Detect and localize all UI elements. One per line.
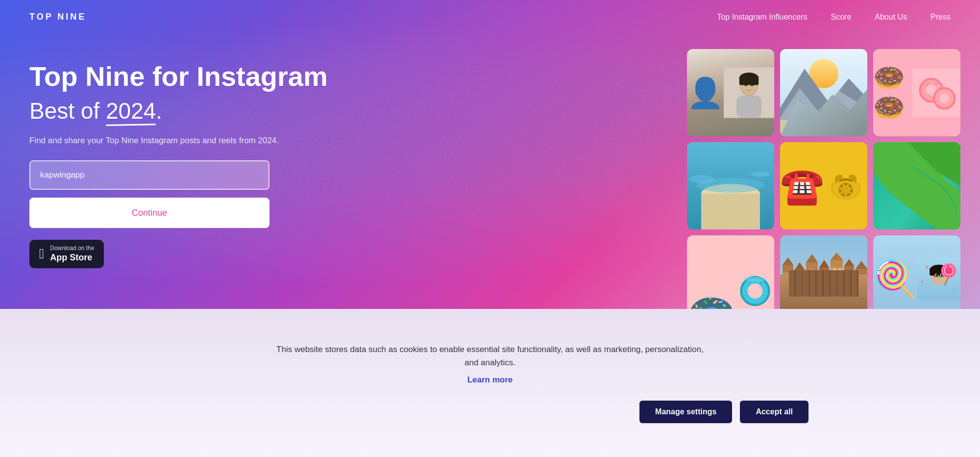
site-logo: TOP NINE — [29, 12, 86, 22]
svg-rect-2 — [736, 96, 761, 118]
svg-rect-83 — [808, 272, 811, 276]
svg-rect-64 — [806, 267, 818, 309]
svg-rect-30 — [701, 194, 760, 229]
svg-point-45 — [840, 185, 843, 187]
app-store-label: Download on the — [50, 245, 94, 252]
grid-cell-phone — [780, 142, 867, 229]
navigation: TOP NINE Top Instagram Influencers Score… — [0, 0, 980, 34]
app-store-text: Download on the App Store — [50, 245, 94, 263]
hero-title: Top Nine for Instagram — [29, 61, 328, 92]
grid-cell-candy-girl — [873, 235, 960, 309]
username-input[interactable] — [29, 160, 270, 190]
subtitle-suffix: . — [156, 98, 162, 124]
nav-link-influencers[interactable]: Top Instagram Influencers — [717, 13, 807, 21]
svg-rect-84 — [813, 272, 816, 276]
svg-rect-61 — [795, 275, 805, 309]
svg-point-39 — [845, 183, 847, 185]
app-store-button[interactable]:  Download on the App Store — [29, 240, 104, 268]
svg-rect-70 — [831, 265, 843, 309]
svg-rect-86 — [833, 269, 836, 273]
svg-rect-76 — [856, 274, 867, 309]
cookie-buttons: Manage settings Accept all — [172, 401, 808, 423]
svg-point-96 — [935, 274, 937, 277]
grid-cell-aerial — [873, 142, 960, 229]
svg-rect-77 — [856, 269, 867, 276]
grid-cell-mountains — [780, 49, 867, 136]
cookie-bar: This website stores data such as cookies… — [0, 309, 980, 457]
hero-description: Find and share your Top Nine Instagram p… — [29, 134, 328, 147]
svg-rect-87 — [838, 269, 842, 273]
svg-point-51 — [748, 283, 763, 299]
svg-point-42 — [847, 193, 850, 196]
nav-link-press[interactable]: Press — [931, 13, 951, 21]
svg-rect-58 — [783, 270, 793, 309]
svg-rect-68 — [819, 267, 829, 275]
svg-rect-13 — [780, 120, 867, 136]
accept-all-button[interactable]: Accept all — [740, 401, 808, 423]
svg-point-32 — [689, 175, 714, 183]
svg-point-41 — [850, 190, 853, 192]
grid-cell-blue-donut — [687, 235, 774, 309]
svg-point-40 — [849, 185, 851, 187]
manage-settings-button[interactable]: Manage settings — [639, 401, 732, 423]
svg-point-105 — [954, 288, 956, 290]
cookie-text: This website stores data such as cookies… — [270, 343, 710, 369]
hero-section: TOP NINE Top Instagram Influencers Score… — [0, 0, 980, 309]
svg-point-44 — [839, 190, 841, 192]
svg-rect-8 — [739, 76, 759, 85]
subtitle-prefix: Best of — [29, 98, 106, 124]
svg-rect-74 — [844, 266, 854, 273]
apple-icon:  — [39, 246, 44, 262]
svg-rect-79 — [785, 275, 787, 278]
svg-rect-67 — [819, 272, 829, 309]
svg-rect-88 — [833, 278, 836, 282]
svg-rect-80 — [789, 275, 791, 278]
svg-rect-82 — [789, 282, 791, 285]
svg-rect-59 — [783, 265, 793, 272]
svg-rect-81 — [785, 282, 787, 285]
svg-point-53 — [744, 277, 766, 282]
year-highlight: 2024 — [106, 98, 156, 125]
svg-rect-73 — [844, 271, 854, 309]
svg-point-106 — [921, 280, 923, 283]
svg-rect-71 — [831, 260, 843, 267]
svg-point-24 — [939, 94, 949, 103]
grid-cell-person — [687, 49, 774, 136]
svg-rect-57 — [780, 235, 867, 309]
image-grid — [687, 49, 960, 309]
svg-point-104 — [926, 266, 929, 269]
username-input-container — [29, 160, 328, 190]
continue-button[interactable]: Continue — [29, 198, 270, 228]
hero-subtitle: Best of 2024. — [29, 98, 328, 125]
svg-rect-62 — [795, 270, 805, 277]
svg-point-43 — [842, 193, 844, 196]
nav-link-score[interactable]: Score — [831, 13, 851, 21]
nav-link-about[interactable]: About Us — [875, 13, 907, 21]
svg-point-33 — [751, 171, 770, 177]
nav-links: Top Instagram Influencers Score About Us… — [717, 13, 951, 22]
app-store-name: App Store — [50, 252, 94, 263]
grid-cell-donuts — [873, 49, 960, 136]
svg-rect-85 — [808, 280, 811, 284]
learn-more-link[interactable]: Learn more — [467, 375, 513, 385]
grid-cell-city — [780, 235, 867, 309]
svg-rect-65 — [806, 262, 818, 270]
hero-content: Top Nine for Instagram Best of 2024. Fin… — [29, 61, 328, 268]
grid-cell-beach — [687, 142, 774, 229]
